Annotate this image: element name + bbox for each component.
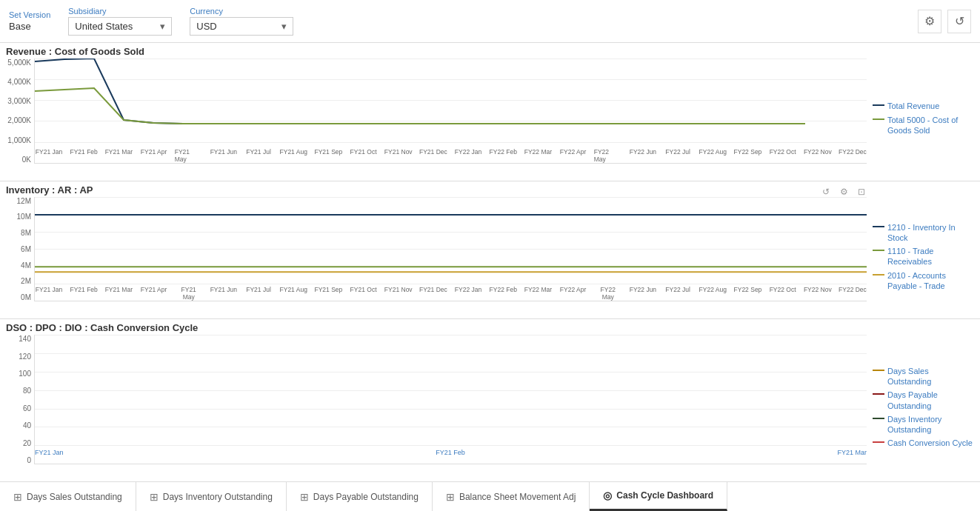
legend-text-receivables: 1110 - Trade Receivables: [887, 246, 974, 267]
chart3-plot: FY21 Jan FY21 Feb FY21 Mar: [34, 335, 867, 464]
tab-label-dpo: Days Payable Outstanding: [313, 492, 419, 502]
chart2-legend: 1210 - Inventory In Stock 1110 - Trade R…: [867, 197, 974, 317]
legend-line-payable: [873, 274, 884, 275]
tab-balance-sheet[interactable]: ⊞ Balance Sheet Movement Adj: [433, 482, 590, 511]
legend-text-payable: 2010 - Accounts Payable - Trade: [887, 270, 974, 292]
tab-icon-dio: ⊞: [150, 491, 159, 503]
legend-item-cogs: Total 5000 - Cost of Goods Sold: [873, 115, 974, 136]
legend-text-cogs: Total 5000 - Cost of Goods Sold: [887, 115, 974, 136]
tab-days-sales-outstanding[interactable]: ⊞ Days Sales Outstanding: [0, 482, 136, 511]
currency-arrow: ▾: [281, 21, 287, 32]
set-version-label: Set Version: [9, 10, 50, 19]
chart2-xaxis: FY21 Jan FY21 Feb FY21 Mar FY21 Apr FY21…: [35, 286, 867, 301]
legend-text-dpo: Days Payable Outstanding: [887, 390, 974, 411]
tab-label-bs: Balance Sheet Movement Adj: [459, 492, 576, 502]
subsidiary-arrow: ▾: [160, 21, 165, 32]
set-version-value: Base: [9, 21, 50, 32]
chart2-area: 12M 10M 8M 6M 4M 2M 0M: [6, 197, 867, 317]
chart2-plot: FY21 Jan FY21 Feb FY21 Mar FY21 Apr FY21…: [34, 197, 867, 302]
chart1-xaxis: FY21 Jan FY21 Feb FY21 Mar FY21 Apr FY21…: [35, 148, 867, 163]
chart3-svg: [35, 335, 867, 464]
legend-text-dio: Days Inventory Outstanding: [887, 414, 974, 435]
chart1-plot: FY21 Jan FY21 Feb FY21 Mar FY21 Apr FY21…: [34, 59, 867, 164]
refresh-icon[interactable]: ↺: [947, 10, 971, 33]
subsidiary-dropdown[interactable]: United States ▾: [68, 17, 172, 36]
tab-icon-bs: ⊞: [446, 491, 455, 503]
legend-text-inventory: 1210 - Inventory In Stock: [887, 222, 974, 244]
legend-line-cogs: [873, 118, 884, 120]
chart2-yaxis: 12M 10M 8M 6M 4M 2M 0M: [6, 197, 34, 302]
tab-icon-dso: ⊞: [13, 491, 22, 503]
legend-text-revenue: Total Revenue: [887, 101, 939, 111]
tab-days-payable-outstanding[interactable]: ⊞ Days Payable Outstanding: [287, 482, 433, 511]
chart3-title: DSO : DPO : DIO : Cash Conversion Cycle: [6, 322, 974, 333]
chart1-container: 5,000K 4,000K 3,000K 2,000K 1,000K 0K: [6, 59, 974, 178]
legend-item-dpo: Days Payable Outstanding: [873, 390, 974, 411]
legend-line-dso: [873, 370, 884, 371]
tab-icon-dpo: ⊞: [300, 491, 309, 503]
legend-text-ccc: Cash Conversion Cycle: [887, 438, 973, 448]
tab-label-ccd: Cash Cycle Dashboard: [616, 490, 713, 501]
chart3-xaxis: FY21 Jan FY21 Feb FY21 Mar: [35, 449, 867, 464]
top-bar-actions: ⚙ ↺: [918, 10, 971, 33]
chart2-svg: [35, 197, 867, 301]
tab-icon-ccd: ◎: [603, 490, 612, 501]
top-bar: Set Version Base Subsidiary United State…: [0, 0, 980, 43]
legend-line-ccc: [873, 441, 884, 443]
legend-text-dso: Days Sales Outstanding: [887, 366, 974, 387]
legend-line-receivables: [873, 250, 884, 251]
tab-days-inventory-outstanding[interactable]: ⊞ Days Inventory Outstanding: [136, 482, 287, 511]
legend-item-receivables: 1110 - Trade Receivables: [873, 246, 974, 267]
chart3-legend: Days Sales Outstanding Days Payable Outs…: [867, 335, 974, 479]
chart1-svg: [35, 59, 867, 163]
chart1-title: Revenue : Cost of Goods Sold: [6, 46, 974, 57]
tab-cash-cycle-dashboard[interactable]: ◎ Cash Cycle Dashboard: [590, 482, 727, 511]
chart1-yaxis: 5,000K 4,000K 3,000K 2,000K 1,000K 0K: [6, 59, 34, 164]
legend-line-dio: [873, 418, 884, 419]
legend-item-dso: Days Sales Outstanding: [873, 366, 974, 387]
chart1-legend: Total Revenue Total 5000 - Cost of Goods…: [867, 59, 974, 178]
currency-group: Currency USD ▾: [190, 7, 293, 36]
set-version-group: Set Version Base: [9, 10, 50, 32]
legend-line-revenue: [873, 104, 884, 106]
legend-line-dpo: [873, 393, 884, 395]
chart2-container: 12M 10M 8M 6M 4M 2M 0M: [6, 197, 974, 317]
tab-bar: ⊞ Days Sales Outstanding ⊞ Days Inventor…: [0, 481, 980, 511]
legend-item-revenue: Total Revenue: [873, 101, 974, 111]
tab-label-dso: Days Sales Outstanding: [27, 492, 122, 502]
tab-label-dio: Days Inventory Outstanding: [163, 492, 273, 502]
chart3-section: DSO : DPO : DIO : Cash Conversion Cycle …: [0, 319, 980, 481]
main-content: Revenue : Cost of Goods Sold 5,000K 4,00…: [0, 43, 980, 481]
subsidiary-value: United States: [75, 21, 133, 32]
settings-icon[interactable]: ⚙: [918, 10, 941, 33]
chart2-section: Inventory : AR : AP ↺ ⚙ ⊡ 12M 10M 8M 6M …: [0, 181, 980, 320]
currency-label: Currency: [190, 7, 293, 16]
currency-value: USD: [196, 21, 216, 32]
legend-item-ccc: Cash Conversion Cycle: [873, 438, 974, 448]
legend-item-inventory: 1210 - Inventory In Stock: [873, 222, 974, 244]
legend-item-payable: 2010 - Accounts Payable - Trade: [873, 270, 974, 292]
chart3-container: 140 120 100 80 60 40 20 0: [6, 335, 974, 479]
currency-dropdown[interactable]: USD ▾: [190, 17, 293, 36]
subsidiary-group: Subsidiary United States ▾: [68, 7, 172, 36]
legend-line-inventory: [873, 226, 884, 227]
cogs-line: [35, 88, 805, 124]
chart3-yaxis: 140 120 100 80 60 40 20 0: [6, 335, 34, 464]
legend-item-dio: Days Inventory Outstanding: [873, 414, 974, 435]
total-revenue-line: [35, 59, 805, 124]
chart1-section: Revenue : Cost of Goods Sold 5,000K 4,00…: [0, 43, 980, 181]
chart3-area: 140 120 100 80 60 40 20 0: [6, 335, 867, 479]
subsidiary-label: Subsidiary: [68, 7, 172, 16]
chart1-area: 5,000K 4,000K 3,000K 2,000K 1,000K 0K: [6, 59, 867, 178]
